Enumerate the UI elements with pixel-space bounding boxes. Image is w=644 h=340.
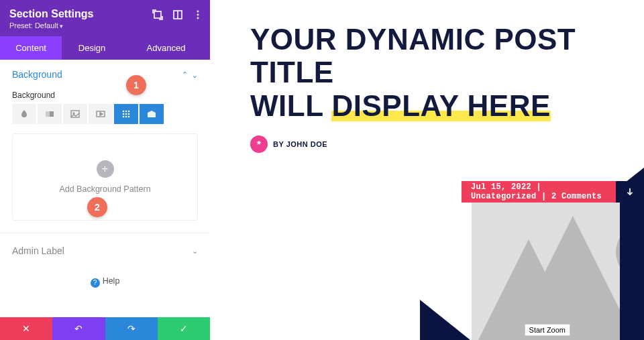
expand-icon[interactable] — [152, 9, 163, 20]
help-row[interactable]: ?Help — [0, 268, 210, 298]
bg-type-pattern[interactable] — [114, 104, 138, 124]
svg-rect-0 — [154, 11, 161, 18]
svg-point-15 — [125, 113, 127, 115]
admin-label-section[interactable]: Admin Label ⌄ — [0, 233, 210, 268]
meta-bar: Jul 15, 2022 | Uncategorized | 2 Comment… — [462, 181, 644, 203]
post-meta: Jul 15, 2022 | Uncategorized | 2 Comment… — [462, 181, 616, 203]
bg-type-image[interactable] — [63, 104, 87, 124]
panel-tabs: Content Design Advanced — [0, 36, 210, 60]
tab-advanced[interactable]: Advanced — [122, 36, 210, 60]
background-label: Background — [12, 91, 198, 100]
panel-body: Background ⌃⌃ Background + Add Backgroun… — [0, 60, 210, 317]
svg-point-14 — [123, 113, 125, 115]
svg-point-9 — [73, 113, 74, 114]
bg-type-video[interactable] — [89, 104, 113, 124]
decor-triangle-left — [420, 300, 470, 340]
tab-content[interactable]: Content — [0, 36, 62, 60]
background-type-row — [12, 104, 198, 124]
author-text: BY JOHN DOE — [273, 140, 327, 148]
help-label: Help — [103, 276, 120, 286]
image-placeholder — [472, 203, 620, 340]
admin-label-title: Admin Label — [12, 245, 64, 256]
svg-point-4 — [197, 14, 199, 16]
bg-type-color[interactable] — [12, 104, 36, 124]
svg-point-12 — [125, 111, 127, 113]
background-toggle[interactable]: Background ⌃⌃ — [12, 69, 198, 85]
svg-rect-7 — [46, 111, 50, 117]
svg-point-11 — [123, 111, 125, 113]
settings-panel: Section Settings Preset: Default Content… — [0, 0, 210, 340]
undo-button[interactable]: ↶ — [52, 317, 105, 340]
chevron-down-icon: ⌄ — [192, 247, 198, 256]
panel-footer: ✕ ↶ ↷ ✓ — [0, 317, 210, 340]
placeholder-sun — [616, 224, 620, 280]
background-heading: Background — [12, 69, 62, 80]
section-collapse-icon: ⌃⌃ — [182, 70, 198, 79]
add-pattern-label: Add Background Pattern — [59, 184, 150, 194]
author-badge-icon: * — [250, 135, 268, 153]
more-icon[interactable] — [193, 9, 203, 20]
svg-point-17 — [123, 116, 125, 118]
decor-side — [620, 203, 644, 340]
post-title-line2b: DISPLAY HERE — [331, 89, 550, 122]
svg-point-19 — [128, 116, 130, 118]
help-icon: ? — [91, 278, 100, 288]
close-button[interactable]: ✕ — [0, 317, 52, 340]
save-button[interactable]: ✓ — [158, 317, 210, 340]
svg-point-16 — [128, 113, 130, 115]
plus-icon: + — [97, 160, 114, 178]
annotation-1: 1 — [126, 75, 146, 95]
svg-point-13 — [128, 111, 130, 113]
post-title-line2a: WILL — [250, 89, 331, 122]
background-section: Background ⌃⌃ Background + Add Backgroun… — [0, 60, 210, 221]
scroll-down-button[interactable] — [616, 181, 644, 203]
svg-point-18 — [125, 116, 127, 118]
redo-button[interactable]: ↷ — [105, 317, 158, 340]
bg-type-gradient[interactable] — [38, 104, 62, 124]
tab-design[interactable]: Design — [62, 36, 122, 60]
panel-header-actions — [152, 9, 203, 20]
preset-selector[interactable]: Preset: Default — [9, 21, 201, 30]
bg-type-mask[interactable] — [140, 104, 164, 124]
author-row: * BY JOHN DOE — [250, 135, 644, 153]
svg-point-5 — [197, 17, 199, 19]
annotation-2: 2 — [87, 197, 107, 217]
start-zoom-tooltip: Start Zoom — [525, 324, 570, 336]
layout-icon[interactable] — [172, 9, 183, 20]
panel-header: Section Settings Preset: Default — [0, 0, 210, 36]
post-title-line1: YOUR DYNAMIC POST TITLE — [250, 23, 644, 89]
preview-area: YOUR DYNAMIC POST TITLE WILL DISPLAY HER… — [210, 0, 644, 340]
post-title: YOUR DYNAMIC POST TITLE WILL DISPLAY HER… — [250, 23, 644, 122]
svg-point-3 — [197, 11, 199, 13]
